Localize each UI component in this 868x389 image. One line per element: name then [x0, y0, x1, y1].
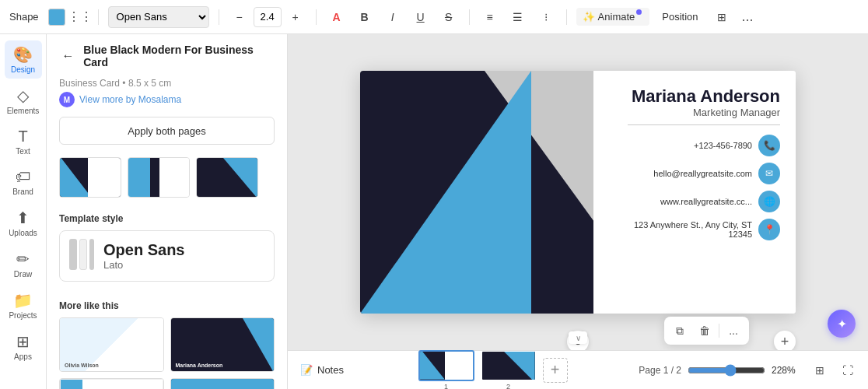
separator-3: [316, 9, 317, 25]
sidebar-item-elements[interactable]: ◇ Elements: [5, 82, 42, 120]
font-info: Open Sans Lato: [103, 241, 184, 271]
more-like-this-grid: Olivia Wilson Mariana Anderson Llamas & …: [47, 317, 287, 389]
page-2-container: 2: [481, 350, 537, 390]
effects-grid-btn[interactable]: ⊞: [711, 6, 733, 28]
bottom-strip: 📝 Notes 1: [288, 350, 868, 389]
copy-btn[interactable]: ⧉: [669, 320, 691, 342]
canvas-expand-btn[interactable]: ∨: [569, 331, 587, 344]
card-container[interactable]: Mariana Anderson Marketing Manager +123-…: [360, 71, 796, 314]
list-btn[interactable]: ☰: [507, 6, 529, 28]
sidebar-item-apps[interactable]: ⊞ Apps: [5, 328, 42, 366]
font-size-increase[interactable]: +: [285, 6, 306, 28]
text-icon: T: [18, 128, 27, 145]
zoom-slider[interactable]: [688, 364, 765, 377]
page-2-num: 2: [506, 383, 510, 390]
sidebar-item-design[interactable]: 🎨 Design: [5, 40, 42, 79]
font-family-select[interactable]: Open Sans Lato Roboto: [108, 6, 209, 28]
add-page-button[interactable]: +: [543, 358, 568, 383]
add-handle[interactable]: +: [774, 331, 796, 350]
elements-label: Elements: [7, 107, 40, 115]
page-thumb-2[interactable]: [481, 350, 537, 381]
card-info: Mariana Anderson Marketing Manager +123-…: [628, 86, 780, 240]
apply-both-pages-button[interactable]: Apply both pages: [59, 117, 275, 145]
sidebar-item-brand[interactable]: 🏷 Brand: [5, 163, 42, 201]
elements-icon: ◇: [17, 86, 29, 105]
template-thumb-2[interactable]: [128, 157, 190, 198]
card-triangle-blue: [360, 71, 531, 314]
projects-label: Projects: [9, 311, 37, 320]
list2-btn[interactable]: ⁝: [535, 6, 557, 28]
phone-icon: 📞: [758, 135, 780, 156]
author-link[interactable]: View more by Mosalama: [79, 94, 181, 105]
brand-label: Brand: [12, 187, 33, 196]
template-thumb-3[interactable]: [196, 157, 258, 198]
template-style-box: Open Sans Lato: [59, 230, 275, 282]
address-icon: 📍: [758, 219, 780, 240]
magic-button[interactable]: ✦: [828, 310, 856, 338]
more-like-this-label: More like this: [47, 294, 287, 317]
sidebar-item-draw[interactable]: ✏ Draw: [5, 245, 42, 283]
template-thumbnails: [47, 157, 287, 207]
font-size-input[interactable]: 2.4: [254, 7, 282, 27]
sidebar-item-text[interactable]: T Text: [5, 123, 42, 160]
separator-4: [469, 9, 470, 25]
italic-btn[interactable]: I: [382, 6, 404, 28]
font-size-group: − 2.4 +: [229, 6, 306, 28]
notes-label: Notes: [317, 364, 344, 376]
canvas-scroll[interactable]: Mariana Anderson Marketing Manager +123-…: [288, 34, 868, 350]
text-color-btn[interactable]: A: [326, 6, 348, 28]
notes-button[interactable]: 📝 Notes: [288, 351, 356, 389]
strikethrough-btn[interactable]: S: [438, 6, 460, 28]
card-website: www.reallygreatsite.cc...: [660, 197, 752, 206]
apps-icon: ⊞: [16, 332, 30, 351]
color-picker[interactable]: [48, 9, 65, 26]
font-size-decrease[interactable]: −: [229, 6, 250, 28]
design-panel: ← Blue Black Modern For Business Card Bu…: [47, 34, 288, 389]
separator-2: [219, 9, 219, 25]
more-thumb-1[interactable]: Olivia Wilson: [59, 317, 164, 372]
website-icon: 🌐: [758, 191, 780, 212]
stripe-3: [89, 239, 94, 270]
grid-view-btn[interactable]: ⊞: [809, 359, 831, 381]
contact-address-row: 123 Anywhere St., Any City, ST 12345 📍: [628, 219, 780, 240]
contact-email-row: hello@reallygreatsite.com ✉: [628, 163, 780, 184]
align-left-btn[interactable]: ≡: [479, 6, 501, 28]
more-btn[interactable]: ...: [723, 320, 744, 342]
card-address: 123 Anywhere St., Any City, ST 12345: [628, 220, 752, 239]
sidebar-item-projects[interactable]: 📁 Projects: [5, 286, 42, 324]
more-thumb-4[interactable]: Chidi Eze: [170, 378, 275, 389]
stripe-1: [69, 239, 77, 270]
draw-icon: ✏: [16, 250, 30, 268]
uploads-label: Uploads: [9, 229, 37, 237]
panel-subtitle: Business Card • 8.5 x 5 cm: [59, 78, 275, 89]
author-prefix: View more by: [79, 94, 135, 105]
page-indicator: Page 1 / 2: [639, 365, 681, 376]
more-thumb-3[interactable]: Llamas & Co.: [59, 378, 164, 389]
underline-btn[interactable]: U: [410, 6, 432, 28]
position-btn[interactable]: Position: [656, 8, 704, 26]
font-secondary-name: Lato: [103, 259, 184, 271]
author-name: Mosalama: [138, 94, 181, 105]
sidebar-item-uploads[interactable]: ⬆ Uploads: [5, 204, 42, 242]
template-thumb-1[interactable]: [59, 157, 121, 198]
more-thumb-2[interactable]: Mariana Anderson: [170, 317, 275, 372]
notes-icon: 📝: [300, 364, 313, 376]
card-name: Mariana Anderson: [628, 86, 780, 107]
font-stripes: [69, 239, 94, 270]
panel-author: M View more by Mosalama: [59, 92, 275, 107]
bold-btn[interactable]: B: [354, 6, 376, 28]
more-options-btn[interactable]: ...: [742, 9, 754, 25]
uploads-icon: ⬆: [16, 209, 30, 227]
animate-btn[interactable]: ✨ Animate: [576, 8, 650, 26]
template-style-label: Template style: [47, 207, 287, 230]
design-label: Design: [11, 65, 35, 74]
brand-icon: 🏷: [16, 168, 31, 186]
grid-icon[interactable]: ⋮⋮: [72, 9, 89, 26]
sparkle-icon: ✨: [583, 11, 595, 23]
pages-strip: 1 2 +: [356, 350, 629, 390]
fullscreen-btn[interactable]: ⛶: [837, 359, 859, 381]
delete-btn[interactable]: 🗑: [694, 320, 716, 342]
back-button[interactable]: ←: [59, 47, 77, 65]
page-thumb-1[interactable]: [418, 350, 474, 381]
author-avatar: M: [59, 92, 75, 107]
